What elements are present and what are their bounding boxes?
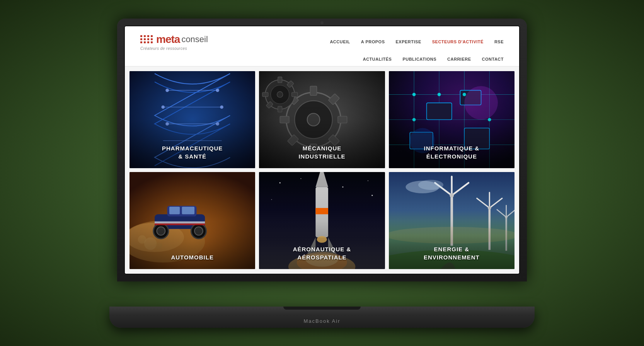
nav-publications[interactable]: PUBLICATIONS xyxy=(402,57,436,61)
nav-carriere[interactable]: CARRIERE xyxy=(447,57,471,61)
laptop-screen: meta conseil Créateurs de ressources ACC… xyxy=(124,26,520,274)
info-label: INFORMATIQUE & ÉLECTRONIQUE xyxy=(389,136,515,168)
webcam xyxy=(320,21,324,24)
laptop-container: meta conseil Créateurs de ressources ACC… xyxy=(109,19,535,328)
pharma-line1: PHARMACEUTIQUE xyxy=(162,145,223,152)
laptop-body: meta conseil Créateurs de ressources ACC… xyxy=(117,19,527,281)
nav-actualites[interactable]: ACTUALITÉS xyxy=(363,57,392,61)
logo-dot xyxy=(140,41,142,43)
laptop-base: MacBook Air xyxy=(109,307,535,328)
header-bottom: ACTUALITÉS PUBLICATIONS CARRIERE CONTACT xyxy=(140,55,504,66)
logo-dot xyxy=(144,41,146,43)
energie-label: ENERGIE & ENVIRONNEMENT xyxy=(389,237,515,269)
logo-dot xyxy=(140,38,142,40)
nav-apropos[interactable]: A PROPOS xyxy=(361,39,385,44)
sector-informatique[interactable]: INFORMATIQUE & ÉLECTRONIQUE xyxy=(389,71,515,168)
aero-line2: AÉROSPATIALE xyxy=(297,254,346,261)
nav-expertise[interactable]: EXPERTISE xyxy=(395,39,421,44)
nav-bottom: ACTUALITÉS PUBLICATIONS CARRIERE CONTACT xyxy=(363,57,504,61)
logo-dot xyxy=(147,38,149,40)
logo-dot xyxy=(151,35,153,37)
laptop-hinge xyxy=(283,307,361,310)
pharma-line2: & SANTÉ xyxy=(178,153,206,160)
logo-dots xyxy=(140,35,153,43)
logo-dot xyxy=(140,35,142,37)
sector-pharma[interactable]: PHARMACEUTIQUE & SANTÉ xyxy=(129,71,255,168)
nav-accueil[interactable]: ACCUEIL xyxy=(330,39,350,44)
sector-aeronautique[interactable]: AÉRONAUTIQUE & AÉROSPATIALE xyxy=(259,172,385,269)
logo-dot xyxy=(151,41,153,43)
pharma-label: PHARMACEUTIQUE & SANTÉ xyxy=(129,136,255,168)
info-line1: INFORMATIQUE & xyxy=(424,145,479,152)
header-top: meta conseil Créateurs de ressources ACC… xyxy=(140,26,504,55)
auto-line1: AUTOMOBILE xyxy=(171,254,214,261)
logo-dot xyxy=(147,41,149,43)
laptop-brand: MacBook Air xyxy=(304,318,341,324)
auto-label: AUTOMOBILE xyxy=(129,245,255,269)
energie-line1: ENERGIE & xyxy=(434,246,470,252)
logo-dot xyxy=(147,35,149,37)
mecanique-label: MÉCANIQUE INDUSTRIELLE xyxy=(259,136,385,168)
aero-line1: AÉRONAUTIQUE & xyxy=(293,246,351,252)
info-line2: ÉLECTRONIQUE xyxy=(426,153,477,160)
sector-automobile[interactable]: AUTOMOBILE xyxy=(129,172,255,269)
nav-contact[interactable]: CONTACT xyxy=(482,57,504,61)
aero-label: AÉRONAUTIQUE & AÉROSPATIALE xyxy=(259,237,385,269)
website: meta conseil Créateurs de ressources ACC… xyxy=(125,26,519,274)
logo-area: meta conseil Créateurs de ressources xyxy=(140,33,208,51)
logo-tagline: Créateurs de ressources xyxy=(140,46,208,51)
nav-secteurs[interactable]: SECTEURS D'ACTIVITÉ xyxy=(432,39,484,44)
sectors-grid: PHARMACEUTIQUE & SANTÉ xyxy=(125,66,519,274)
site-header: meta conseil Créateurs de ressources ACC… xyxy=(125,26,519,66)
sector-mecanique[interactable]: MÉCANIQUE INDUSTRIELLE xyxy=(259,71,385,168)
nav-rse[interactable]: RSE xyxy=(494,39,504,44)
nav-top: ACCUEIL A PROPOS EXPERTISE SECTEURS D'AC… xyxy=(330,39,504,44)
energie-line2: ENVIRONNEMENT xyxy=(424,254,480,261)
logo-conseil: conseil xyxy=(181,34,208,44)
mecanique-line1: MÉCANIQUE xyxy=(303,145,342,152)
logo-dot xyxy=(144,38,146,40)
mecanique-line2: INDUSTRIELLE xyxy=(298,153,345,160)
sector-energie[interactable]: ENERGIE & ENVIRONNEMENT xyxy=(389,172,515,269)
logo-dot xyxy=(144,35,146,37)
logo-dot xyxy=(151,38,153,40)
logo-meta: meta xyxy=(156,33,180,46)
logo-text: meta conseil xyxy=(140,33,208,46)
